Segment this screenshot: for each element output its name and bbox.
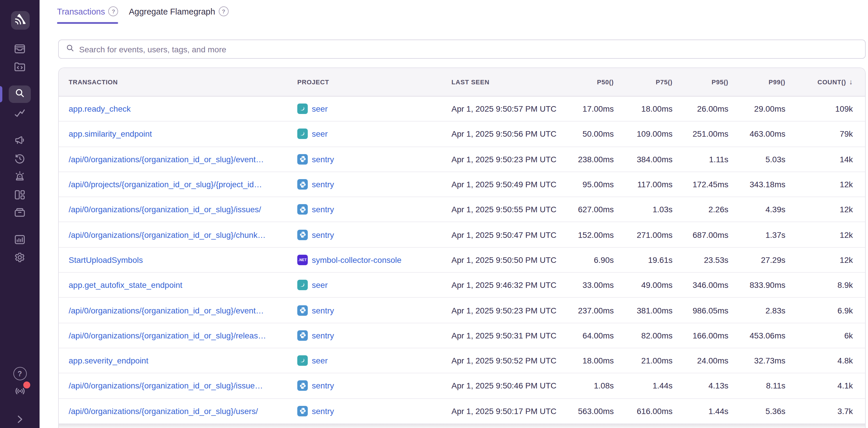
cell-p50: 95.00ms [556,180,614,189]
column-header-p75[interactable]: P75() [614,78,673,86]
project-link[interactable]: seer [312,356,328,365]
column-header-p50[interactable]: P50() [556,78,614,86]
transaction-link[interactable]: app.similarity_endpoint [69,129,152,139]
cell-project: sentry [297,229,452,240]
table-row: app.severity_endpointseerApr 1, 2025 9:5… [59,348,865,374]
cell-p75: 271.00ms [614,230,673,239]
tab-transactions[interactable]: Transactions ? [57,6,118,24]
cell-p99: 32.73ms [728,356,785,365]
transaction-link[interactable]: /api/0/projects/{organization_id_or_slug… [69,180,262,189]
dotnet-platform-icon: .NET [297,255,308,265]
transaction-link[interactable]: app.ready_check [69,104,131,113]
sidebar-item-replays[interactable] [0,152,39,165]
cell-p99: 463.00ms [728,129,785,139]
cell-p50: 152.00ms [556,230,614,239]
project-link[interactable]: sentry [312,205,334,214]
column-header-p99[interactable]: P99() [728,78,785,86]
cell-p99: 833.90ms [728,280,785,290]
column-header-p95[interactable]: P95() [673,78,728,86]
sidebar-item-search[interactable] [9,86,31,103]
sort-desc-icon: ↓ [849,78,853,86]
sidebar-item-help[interactable]: ? [0,367,39,380]
transaction-link[interactable]: StartUploadSymbols [69,255,143,265]
cell-count: 6.9k [785,305,853,315]
cell-p75: 19.61s [614,255,673,265]
seer-platform-icon [297,355,308,366]
cell-p50: 563.00ms [556,406,614,416]
project-link[interactable]: sentry [312,406,334,416]
project-link[interactable]: sentry [312,230,334,239]
cell-transaction: app.get_autofix_state_endpoint [69,280,297,290]
cell-project: seer [297,103,452,114]
search-input[interactable]: Search for events, users, tags, and more [58,39,866,59]
transaction-link[interactable]: /api/0/organizations/{organization_id_or… [69,305,264,315]
siren-icon [13,170,26,183]
sidebar-item-issues[interactable] [0,42,39,55]
gear-icon [13,251,26,264]
transaction-link[interactable]: /api/0/organizations/{organization_id_or… [69,154,264,164]
cell-transaction: app.severity_endpoint [69,356,297,365]
sidebar-item-traces[interactable] [0,107,39,120]
column-label: LAST SEEN [452,78,490,86]
cell-project: sentry [297,204,452,215]
cell-transaction: /api/0/organizations/{organization_id_or… [69,230,297,239]
transaction-link[interactable]: app.get_autofix_state_endpoint [69,280,182,290]
notification-badge [23,382,30,389]
column-header-count[interactable]: COUNT()↓ [785,78,853,86]
cell-p99: 27.29s [728,255,785,265]
cell-project: sentry [297,406,452,416]
transaction-link[interactable]: app.severity_endpoint [69,356,148,365]
transaction-link[interactable]: /api/0/organizations/{organization_id_or… [69,381,263,391]
cell-p95: 251.00ms [673,129,728,139]
seer-platform-icon [297,103,308,114]
cell-p99: 4.39s [728,205,785,214]
column-label: TRANSACTION [69,78,118,86]
project-link[interactable]: sentry [312,154,334,164]
column-header-project[interactable]: PROJECT [297,78,452,86]
transaction-link[interactable]: /api/0/organizations/{organization_id_or… [69,406,258,416]
transaction-link[interactable]: /api/0/organizations/{organization_id_or… [69,331,266,340]
sidebar-item-stats[interactable] [0,233,39,246]
cell-p75: 18.00ms [614,104,673,113]
cell-transaction: /api/0/organizations/{organization_id_or… [69,381,297,391]
cell-p95: 986.05ms [673,305,728,315]
cell-count: 14k [785,154,853,164]
cell-transaction: app.ready_check [69,104,297,113]
sidebar-item-dashboards[interactable] [0,189,39,201]
cell-p99: 343.18ms [728,180,785,189]
column-label: P95() [712,78,728,86]
python-platform-icon [297,305,308,316]
tab-aggregate-flamegraph[interactable]: Aggregate Flamegraph ? [129,6,229,24]
cell-count: 3.7k [785,406,853,416]
tab-help-icon[interactable]: ? [219,6,229,16]
cell-p95: 1.44s [673,406,728,416]
sidebar-item-releases[interactable] [0,206,39,219]
column-header-transaction[interactable]: TRANSACTION [69,78,297,86]
sentry-logo[interactable] [11,11,30,30]
project-link[interactable]: sentry [312,331,334,340]
sidebar-item-explore[interactable] [0,61,39,73]
project-link[interactable]: seer [312,104,328,113]
project-link[interactable]: seer [312,129,328,139]
column-header-last_seen[interactable]: LAST SEEN [452,78,556,86]
cell-last-seen: Apr 1, 2025 9:50:49 PM UTC [452,180,556,189]
sidebar-item-alerts[interactable] [0,170,39,183]
project-link[interactable]: seer [312,280,328,290]
sidebar-item-feedback[interactable] [0,134,39,146]
project-link[interactable]: sentry [312,305,334,315]
tab-help-icon[interactable]: ? [108,6,118,16]
cell-p50: 50.00ms [556,129,614,139]
tab-transactions-label: Transactions [57,7,105,16]
transaction-link[interactable]: /api/0/organizations/{organization_id_or… [69,205,261,214]
cell-count: 12k [785,180,853,189]
sidebar-collapse-button[interactable] [0,414,39,425]
transaction-link[interactable]: /api/0/organizations/{organization_id_or… [69,230,266,239]
help-icon: ? [13,367,27,380]
sidebar-item-settings[interactable] [0,251,39,264]
sidebar-item-service-updates[interactable] [0,384,39,398]
project-link[interactable]: sentry [312,381,334,391]
project-link[interactable]: symbol-collector-console [312,255,401,265]
project-link[interactable]: sentry [312,180,334,189]
python-platform-icon [297,330,308,341]
cell-p50: 6.90s [556,255,614,265]
